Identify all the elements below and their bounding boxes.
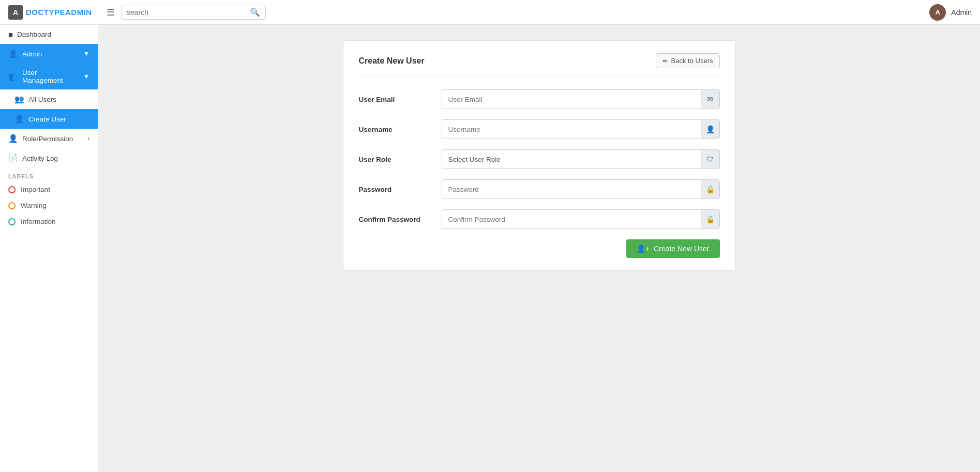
email-icon: ✉ bbox=[701, 90, 719, 109]
labels-section-header: LABELS bbox=[0, 168, 98, 181]
sidebar-item-label: Important bbox=[21, 186, 50, 193]
confirm-password-input[interactable] bbox=[442, 211, 701, 227]
sidebar-item-all-users[interactable]: 👥 All Users bbox=[0, 89, 98, 109]
chevron-down-icon: ▼ bbox=[83, 50, 89, 57]
back-to-users-button[interactable]: ↞ Back to Users bbox=[656, 53, 720, 68]
navbar: A DOCTYPEADMIN ☰ 🔍 A Admin bbox=[0, 0, 980, 25]
user-role-select-wrap: Select User Role Admin Editor Viewer bbox=[442, 151, 701, 168]
card-header: Create New User ↞ Back to Users bbox=[359, 53, 720, 77]
password-label: Password bbox=[359, 186, 442, 193]
password-wrap: 🔒 bbox=[442, 179, 720, 199]
sidebar-item-label: Information bbox=[21, 218, 56, 225]
search-button[interactable]: 🔍 bbox=[250, 7, 260, 17]
main-layout: ■ Dashboard 👤 Admin ▼ 👥 User Management … bbox=[0, 25, 980, 472]
content-area: Create New User ↞ Back to Users User Ema… bbox=[98, 25, 980, 472]
brand: A DOCTYPEADMIN bbox=[8, 5, 107, 20]
username-wrap: 👤 bbox=[442, 119, 720, 139]
password-input[interactable] bbox=[442, 181, 701, 197]
sidebar-item-label: User Management bbox=[22, 69, 79, 84]
important-dot bbox=[8, 186, 16, 193]
chevron-down-icon: ▼ bbox=[83, 73, 89, 80]
sidebar-item-activity-log[interactable]: 📄 Activity Log bbox=[0, 148, 98, 168]
search-input[interactable] bbox=[127, 8, 250, 17]
information-dot bbox=[8, 218, 16, 225]
user-management-icon: 👥 bbox=[8, 72, 18, 81]
username-label: Username bbox=[359, 126, 442, 133]
card-title: Create New User bbox=[359, 56, 425, 66]
back-arrow-icon: ↞ bbox=[662, 57, 668, 65]
brand-logo: A bbox=[8, 5, 23, 20]
create-new-user-button[interactable]: 👤+ Create New User bbox=[626, 239, 720, 258]
user-role-row: User Role Select User Role Admin Editor … bbox=[359, 149, 720, 169]
shield-icon: 🛡 bbox=[701, 150, 719, 169]
chevron-left-icon: ‹ bbox=[87, 135, 89, 142]
add-user-icon: 👤+ bbox=[637, 245, 650, 253]
create-button-label: Create New User bbox=[654, 245, 709, 253]
user-role-label: User Role bbox=[359, 156, 442, 163]
search-bar: 🔍 bbox=[121, 5, 266, 20]
sidebar-item-create-user[interactable]: 👤 Create User bbox=[0, 109, 98, 129]
sidebar-item-admin[interactable]: 👤 Admin ▼ bbox=[0, 44, 98, 64]
sidebar-item-label: Role/Permission bbox=[22, 135, 73, 143]
user-email-label: User Email bbox=[359, 96, 442, 103]
lock-confirm-icon: 🔒 bbox=[701, 210, 719, 229]
create-user-card: Create New User ↞ Back to Users User Ema… bbox=[343, 40, 736, 271]
role-permission-icon: 👤 bbox=[8, 134, 18, 143]
sidebar-item-label: Dashboard bbox=[17, 31, 51, 38]
navbar-right: A Admin bbox=[929, 4, 972, 21]
sidebar-item-important[interactable]: Important bbox=[0, 181, 98, 197]
dashboard-icon: ■ bbox=[8, 30, 13, 39]
confirm-password-wrap: 🔒 bbox=[442, 209, 720, 229]
user-role-select[interactable]: Select User Role Admin Editor Viewer bbox=[442, 151, 701, 168]
activity-log-icon: 📄 bbox=[8, 154, 18, 163]
username-row: Username 👤 bbox=[359, 119, 720, 139]
sidebar: ■ Dashboard 👤 Admin ▼ 👥 User Management … bbox=[0, 25, 98, 472]
back-button-label: Back to Users bbox=[671, 57, 713, 65]
sidebar-item-label: Activity Log bbox=[22, 155, 58, 162]
confirm-password-row: Confirm Password 🔒 bbox=[359, 209, 720, 229]
user-email-wrap: ✉ bbox=[442, 89, 720, 109]
confirm-password-label: Confirm Password bbox=[359, 216, 442, 223]
username-input[interactable] bbox=[442, 121, 701, 138]
sidebar-item-role-permission[interactable]: 👤 Role/Permission ‹ bbox=[0, 129, 98, 148]
user-role-wrap: Select User Role Admin Editor Viewer 🛡 bbox=[442, 149, 720, 169]
all-users-icon: 👥 bbox=[14, 95, 24, 104]
form-actions: 👤+ Create New User bbox=[359, 239, 720, 258]
sidebar-item-dashboard[interactable]: ■ Dashboard bbox=[0, 25, 98, 44]
sidebar-item-information[interactable]: Information bbox=[0, 214, 98, 230]
sidebar-item-label: Warning bbox=[21, 202, 47, 209]
user-email-input[interactable] bbox=[442, 92, 701, 108]
sidebar-item-label: Create User bbox=[28, 115, 66, 123]
password-row: Password 🔒 bbox=[359, 179, 720, 199]
sidebar-item-user-management[interactable]: 👥 User Management ▼ bbox=[0, 64, 98, 89]
hamburger-icon[interactable]: ☰ bbox=[107, 7, 115, 18]
user-email-row: User Email ✉ bbox=[359, 89, 720, 109]
username-label: Admin bbox=[951, 8, 972, 17]
warning-dot bbox=[8, 202, 16, 209]
admin-icon: 👤 bbox=[8, 49, 18, 58]
sidebar-item-label: All Users bbox=[28, 96, 56, 103]
create-user-icon: 👤 bbox=[14, 114, 24, 124]
brand-text: DOCTYPEADMIN bbox=[26, 8, 92, 17]
sidebar-item-warning[interactable]: Warning bbox=[0, 197, 98, 214]
avatar: A bbox=[929, 4, 946, 21]
lock-icon: 🔒 bbox=[701, 180, 719, 199]
user-icon: 👤 bbox=[701, 120, 719, 139]
sidebar-item-label: Admin bbox=[22, 50, 42, 58]
